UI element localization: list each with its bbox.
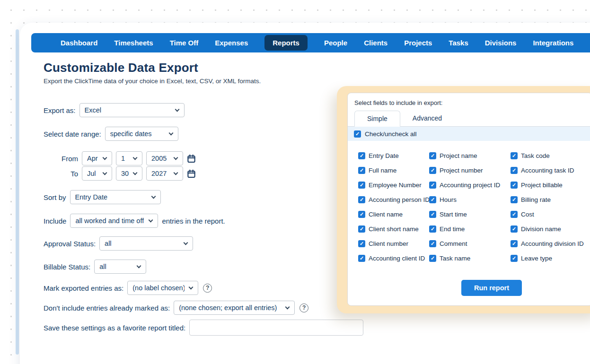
field-label: Accounting division ID bbox=[521, 240, 584, 247]
check-uncheck-all-checkbox[interactable]: ✓ bbox=[354, 130, 361, 138]
checkbox-full-name[interactable]: ✓ bbox=[358, 167, 365, 174]
field-item: ✓Client name bbox=[358, 211, 429, 218]
nav-item-projects[interactable]: Projects bbox=[404, 35, 432, 51]
left-accent-bar bbox=[16, 29, 19, 355]
checkbox-employee-number[interactable]: ✓ bbox=[358, 182, 365, 189]
checkbox-task-name[interactable]: ✓ bbox=[429, 255, 436, 262]
include-select[interactable]: all worked and time off bbox=[70, 214, 158, 228]
help-icon[interactable]: ? bbox=[203, 284, 212, 293]
nav-item-reports[interactable]: Reports bbox=[264, 35, 308, 51]
favorite-report-title-input[interactable] bbox=[189, 320, 363, 336]
nav-item-divisions[interactable]: Divisions bbox=[485, 35, 517, 51]
fields-grid: ✓Entry Date✓Project name✓Task code✓Full … bbox=[348, 141, 590, 268]
nav-item-timesheets[interactable]: Timesheets bbox=[114, 35, 153, 51]
tab-simple[interactable]: Simple bbox=[354, 111, 400, 127]
favorite-report-row: Save these settings as a favorite report… bbox=[44, 320, 363, 336]
chevron-down-icon bbox=[174, 171, 178, 175]
chevron-down-icon bbox=[103, 171, 107, 175]
checkbox-accounting-client-id[interactable]: ✓ bbox=[358, 255, 365, 262]
checkbox-division-name[interactable]: ✓ bbox=[511, 225, 518, 233]
to-month-select[interactable]: Jul bbox=[82, 166, 112, 181]
export-as-select[interactable]: Excel bbox=[79, 103, 185, 117]
field-label: Accounting client ID bbox=[369, 255, 425, 262]
help-icon[interactable]: ? bbox=[299, 303, 308, 312]
checkbox-client-name[interactable]: ✓ bbox=[358, 211, 365, 218]
field-item: ✓Client number bbox=[358, 240, 429, 247]
from-month-select[interactable]: Apr bbox=[82, 151, 112, 165]
field-item: ✓Comment bbox=[429, 240, 511, 247]
checkbox-client-short-name[interactable]: ✓ bbox=[358, 225, 365, 233]
from-year-select[interactable]: 2005 bbox=[146, 151, 183, 165]
include-suffix: entries in the report. bbox=[162, 217, 225, 225]
checkbox-task-code[interactable]: ✓ bbox=[511, 152, 518, 159]
field-label: Project billable bbox=[521, 182, 563, 189]
mark-exported-select[interactable]: (no label chosen) bbox=[127, 281, 198, 295]
checkbox-client-number[interactable]: ✓ bbox=[358, 240, 365, 247]
checkbox-cost[interactable]: ✓ bbox=[511, 211, 518, 218]
fields-tabs: Simple Advanced bbox=[348, 111, 590, 127]
nav-item-time-off[interactable]: Time Off bbox=[170, 35, 199, 51]
from-day-select[interactable]: 1 bbox=[116, 151, 142, 165]
checkbox-project-number[interactable]: ✓ bbox=[429, 167, 436, 174]
sort-by-select[interactable]: Entry Date bbox=[70, 190, 161, 204]
main-card: DashboardTimesheetsTime OffExpensesRepor… bbox=[20, 23, 590, 364]
date-range-select[interactable]: specific dates bbox=[105, 127, 178, 141]
field-label: Accounting task ID bbox=[521, 167, 574, 174]
favorite-report-label: Save these settings as a favorite report… bbox=[44, 324, 185, 332]
checkbox-accounting-person-id[interactable]: ✓ bbox=[358, 196, 365, 203]
approval-status-select[interactable]: all bbox=[99, 236, 193, 251]
include-label: Include bbox=[44, 217, 66, 225]
date-range-label: Select date range: bbox=[44, 130, 101, 138]
to-day-select[interactable]: 30 bbox=[116, 166, 142, 181]
dont-include-select[interactable]: (none chosen; export all entries) bbox=[174, 301, 295, 315]
field-item: ✓Entry Date bbox=[358, 152, 429, 159]
tab-advanced[interactable]: Advanced bbox=[400, 111, 454, 126]
field-item: ✓Billing rate bbox=[511, 196, 588, 203]
check-uncheck-all-label: Check/uncheck all bbox=[365, 130, 417, 138]
field-item: ✓Start time bbox=[429, 211, 511, 218]
calendar-icon[interactable] bbox=[187, 169, 196, 178]
nav-item-tasks[interactable]: Tasks bbox=[449, 35, 468, 51]
chevron-down-icon bbox=[285, 305, 290, 310]
nav-item-people[interactable]: People bbox=[324, 35, 347, 51]
topnav: DashboardTimesheetsTime OffExpensesRepor… bbox=[31, 33, 590, 52]
to-date-row: To Jul 30 2027 bbox=[44, 166, 196, 181]
field-label: Entry Date bbox=[369, 152, 399, 159]
to-label: To bbox=[44, 170, 78, 178]
checkbox-accounting-project-id[interactable]: ✓ bbox=[429, 182, 436, 189]
chevron-down-icon bbox=[189, 285, 194, 290]
calendar-icon[interactable] bbox=[187, 154, 196, 163]
to-year-select[interactable]: 2027 bbox=[146, 166, 183, 181]
nav-item-dashboard[interactable]: Dashboard bbox=[61, 35, 97, 51]
nav-item-integrations[interactable]: Integrations bbox=[533, 35, 573, 51]
billable-status-select[interactable]: all bbox=[94, 260, 146, 274]
approval-status-row: Approval Status: all bbox=[44, 236, 193, 251]
field-item: ✓Accounting person ID bbox=[358, 196, 429, 203]
fields-panel-title: Select fields to include in export: bbox=[348, 93, 590, 111]
chevron-down-icon bbox=[174, 156, 178, 160]
checkbox-comment[interactable]: ✓ bbox=[429, 240, 436, 247]
checkbox-end-time[interactable]: ✓ bbox=[429, 225, 436, 233]
checkbox-accounting-division-id[interactable]: ✓ bbox=[511, 240, 518, 247]
checkbox-project-billable[interactable]: ✓ bbox=[511, 182, 518, 189]
run-report-button[interactable]: Run report bbox=[461, 280, 522, 296]
checkbox-hours[interactable]: ✓ bbox=[429, 196, 436, 203]
nav-item-expenses[interactable]: Expenses bbox=[215, 35, 248, 51]
field-label: Comment bbox=[440, 240, 467, 247]
checkbox-project-name[interactable]: ✓ bbox=[429, 152, 436, 159]
page-subtitle: Export the ClickTime data of your choice… bbox=[44, 78, 261, 85]
field-item: ✓Project number bbox=[429, 167, 511, 174]
checkbox-start-time[interactable]: ✓ bbox=[429, 211, 436, 218]
chevron-down-icon bbox=[133, 156, 138, 160]
check-uncheck-all-row: ✓ Check/uncheck all bbox=[348, 127, 590, 141]
fields-panel-inner: Select fields to include in export: Simp… bbox=[347, 93, 590, 306]
checkbox-billing-rate[interactable]: ✓ bbox=[511, 196, 518, 203]
nav-item-clients[interactable]: Clients bbox=[364, 35, 387, 51]
checkbox-leave-type[interactable]: ✓ bbox=[511, 255, 518, 262]
checkbox-accounting-task-id[interactable]: ✓ bbox=[511, 167, 518, 174]
field-label: Project name bbox=[440, 152, 477, 159]
chevron-down-icon bbox=[103, 156, 107, 160]
checkbox-entry-date[interactable]: ✓ bbox=[358, 152, 365, 159]
field-label: Leave type bbox=[521, 255, 552, 262]
field-label: Hours bbox=[440, 196, 457, 203]
